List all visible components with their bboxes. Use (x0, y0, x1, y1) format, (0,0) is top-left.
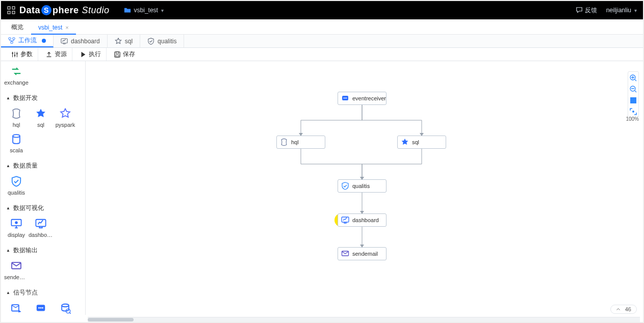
hive-icon (280, 138, 288, 146)
mail-icon (9, 259, 23, 273)
palette-item-exchange[interactable]: exchange (4, 62, 29, 88)
subtab-label: 工作流 (18, 36, 37, 45)
feedback-button[interactable]: 反馈 (576, 6, 597, 15)
node-label: qualitis (352, 183, 370, 189)
svg-rect-29 (12, 7, 15, 9)
palette-group[interactable]: ▲数据质量 (1, 158, 85, 171)
group-label: 信号节点 (13, 288, 38, 297)
tool-label: 资源 (55, 50, 67, 59)
user-menu[interactable]: neiljianliu ▾ (606, 7, 637, 14)
subtab-label: dashboard (71, 38, 100, 45)
logo-bubble: S (41, 5, 51, 15)
star-outline-icon (58, 106, 72, 121)
locate-button[interactable] (629, 107, 637, 116)
tab-overview[interactable]: 概览 (4, 20, 31, 34)
folder-icon (124, 7, 131, 14)
palette-item-label: qualitis (4, 190, 29, 196)
dashboard-icon (61, 38, 68, 45)
node-sendemail[interactable]: sendemail (338, 247, 387, 260)
node-sql[interactable]: sql (397, 136, 446, 149)
palette-item-hql[interactable]: hql (4, 104, 29, 130)
triangle-icon: ▲ (6, 164, 10, 168)
logo-text: Data (19, 5, 40, 16)
chevron-down-icon: ▾ (161, 8, 164, 13)
project-selector[interactable]: vsbi_test ▾ (124, 7, 164, 14)
palette-item-label: hql (4, 122, 29, 128)
save-icon (114, 51, 121, 58)
palette-item-label: dashboard (29, 232, 53, 238)
palette-item-dashboard[interactable]: dashboard (29, 214, 53, 240)
triangle-icon: ▲ (6, 248, 10, 253)
node-dashboard[interactable]: dashboard (338, 213, 387, 227)
palette-item-eventsen...[interactable]: eventsen... (4, 299, 29, 315)
eventrecv-icon (34, 301, 48, 315)
params-button[interactable]: 参数 (6, 48, 38, 61)
horizontal-scrollbar[interactable] (88, 317, 640, 322)
palette-group[interactable]: ▲数据输出 (1, 243, 85, 256)
triangle-icon: ▲ (6, 290, 10, 295)
exchange-icon (9, 64, 23, 78)
workflow-canvas[interactable]: eventreceiverhqlsqlqualitisdashboardsend… (86, 61, 643, 315)
subtab-workflow[interactable]: 工作流 (1, 35, 54, 47)
chat-icon (576, 7, 583, 14)
file-tabs: 概览 vsbi_test × (1, 20, 643, 35)
palette-item-label: display (4, 232, 29, 238)
action-toolbar: 参数 资源 执行 保存 (1, 48, 643, 61)
svg-rect-30 (8, 11, 10, 14)
shield-icon (147, 38, 154, 45)
app-logo: Data S phere Studio (7, 5, 110, 16)
tool-label: 参数 (20, 50, 33, 59)
node-label: sql (412, 139, 419, 145)
status-pill[interactable]: 46 (610, 305, 637, 314)
zoom-in-button[interactable] (629, 74, 637, 82)
fit-icon (629, 96, 637, 104)
palette-item-datachec...[interactable]: datachec... (53, 299, 78, 315)
group-label: 数据质量 (13, 162, 38, 170)
editor-tabs: 工作流 dashboard sql qualitis (1, 35, 643, 48)
zoom-toolbar (628, 71, 639, 118)
tab-project[interactable]: vsbi_test × (31, 20, 76, 34)
palette-item-qualitis[interactable]: qualitis (4, 172, 29, 198)
fit-button[interactable] (629, 96, 637, 104)
resource-button[interactable]: 资源 (40, 48, 72, 61)
close-icon[interactable]: × (65, 24, 68, 31)
triangle-icon: ▲ (6, 206, 10, 210)
palette-item-display[interactable]: display (4, 214, 29, 240)
svg-rect-28 (8, 7, 10, 9)
node-label: dashboard (352, 217, 379, 223)
subtab-sql[interactable]: sql (108, 35, 140, 47)
palette-item-label: exchange (4, 79, 29, 86)
datacheck-icon (58, 301, 72, 315)
subtab-dashboard[interactable]: dashboard (54, 35, 108, 47)
palette-item-label: sql (29, 122, 53, 128)
shield-icon (9, 174, 23, 189)
palette-item-sql[interactable]: sql (29, 104, 53, 130)
node-palette[interactable]: exchange▲数据开发hqlsqlpysparkscala▲数据质量qual… (1, 61, 86, 315)
scroll-thumb[interactable] (88, 318, 134, 321)
palette-group[interactable]: ▲数据可视化 (1, 201, 85, 213)
play-icon (80, 51, 87, 58)
group-label: 数据输出 (13, 246, 38, 255)
palette-item-scala[interactable]: scala (4, 130, 29, 155)
node-hql[interactable]: hql (276, 136, 325, 149)
workflow-icon (8, 37, 15, 44)
node-label: sendemail (352, 251, 378, 257)
palette-item-label: sendemail (4, 274, 29, 280)
node-label: eventreceiver (352, 95, 386, 101)
zoom-out-button[interactable] (629, 85, 637, 93)
tool-label: 保存 (123, 50, 135, 59)
status-count: 46 (625, 306, 631, 312)
palette-item-eventrec...[interactable]: eventrec... (29, 299, 53, 315)
save-button[interactable]: 保存 (109, 48, 140, 61)
palette-group[interactable]: ▲数据开发 (1, 91, 85, 103)
run-button[interactable]: 执行 (74, 48, 107, 61)
node-qualitis[interactable]: qualitis (338, 179, 387, 193)
subtab-qualitis[interactable]: qualitis (140, 35, 184, 47)
palette-group[interactable]: ▲信号节点 (1, 285, 85, 298)
locate-icon (629, 107, 637, 116)
eventsend-icon (9, 301, 23, 315)
node-eventreceiver[interactable]: eventreceiver (338, 92, 387, 105)
palette-item-sendemail[interactable]: sendemail (4, 257, 29, 282)
eventrecv-icon (341, 94, 349, 102)
palette-item-pyspark[interactable]: pyspark (53, 104, 78, 130)
